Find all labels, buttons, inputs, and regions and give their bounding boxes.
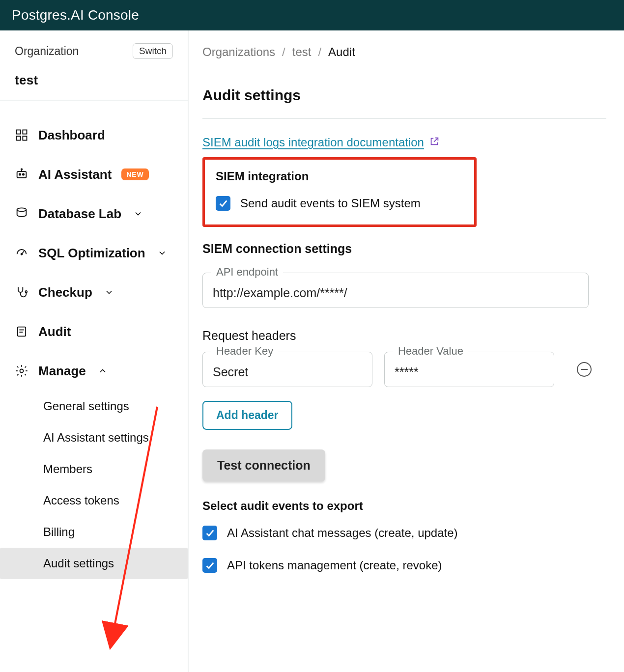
crumb-test[interactable]: test [292, 45, 312, 59]
siem-connection-header: SIEM connection settings [202, 242, 606, 256]
export-item-checkbox[interactable] [202, 526, 217, 540]
organization-name: test [15, 73, 173, 88]
sidebar-item-audit[interactable]: Audit [0, 312, 188, 351]
manage-submenu: General settings AI Assistant settings M… [0, 391, 188, 579]
breadcrumb-separator: / [282, 45, 285, 59]
svg-point-11 [21, 253, 23, 255]
breadcrumb: Organizations / test / Audit [202, 44, 606, 70]
siem-integration-highlight-box: SIEM integration Send audit events to SI… [202, 157, 477, 227]
subitem-access-tokens[interactable]: Access tokens [43, 485, 188, 516]
sidebar-nav: Dashboard AI Assistant NEW Database Lab [0, 101, 188, 591]
sidebar-item-ai-assistant[interactable]: AI Assistant NEW [0, 155, 188, 194]
new-badge: NEW [121, 168, 148, 180]
subitem-audit-settings[interactable]: Audit settings [0, 548, 188, 579]
chevron-down-icon [157, 248, 167, 258]
sidebar-item-label: SQL Optimization [38, 246, 145, 261]
request-headers-header: Request headers [202, 329, 606, 343]
subitem-members[interactable]: Members [43, 453, 188, 485]
svg-point-5 [19, 173, 21, 175]
svg-rect-13 [18, 327, 26, 336]
export-events-header: Select audit events to export [202, 499, 606, 513]
export-item-label: API tokens management (create, revoke) [227, 559, 442, 572]
subitem-billing[interactable]: Billing [43, 516, 188, 548]
test-connection-button[interactable]: Test connection [202, 449, 325, 481]
export-item-checkbox[interactable] [202, 558, 217, 573]
page-title: Audit settings [202, 87, 606, 119]
sidebar-item-manage[interactable]: Manage [0, 351, 188, 391]
stethoscope-icon [15, 285, 28, 299]
gauge-icon [15, 246, 28, 260]
sidebar-item-label: Manage [38, 364, 86, 379]
header-key-label: Header Key [211, 345, 278, 358]
chevron-up-icon [98, 366, 108, 376]
sidebar-item-label: Database Lab [38, 206, 121, 222]
svg-point-9 [17, 208, 27, 211]
siem-integration-header: SIEM integration [216, 169, 463, 183]
external-link-icon [429, 136, 440, 149]
sidebar-item-checkup[interactable]: Checkup [0, 273, 188, 312]
crumb-organizations[interactable]: Organizations [202, 45, 275, 59]
database-icon [15, 207, 28, 221]
chevron-down-icon [104, 287, 114, 297]
subitem-ai-assistant-settings[interactable]: AI Assistant settings [43, 422, 188, 453]
audit-icon [15, 325, 28, 338]
sidebar-item-label: Checkup [38, 285, 92, 300]
svg-rect-0 [17, 130, 21, 134]
sidebar-item-sql-optimization[interactable]: SQL Optimization [0, 233, 188, 273]
main-pane: Organizations / test / Audit Audit setti… [189, 30, 624, 672]
svg-rect-4 [17, 171, 27, 178]
enable-siem-checkbox[interactable] [216, 196, 230, 211]
sidebar-item-dashboard[interactable]: Dashboard [0, 115, 188, 155]
app-title: Postgres.AI Console [12, 7, 139, 23]
top-bar: Postgres.AI Console [0, 0, 624, 30]
remove-header-button[interactable] [577, 362, 592, 377]
dashboard-icon [15, 128, 28, 142]
robot-icon [15, 168, 28, 181]
svg-rect-2 [17, 136, 21, 140]
gear-icon [15, 364, 28, 378]
svg-rect-1 [23, 130, 27, 134]
crumb-current: Audit [328, 45, 355, 59]
add-header-button[interactable]: Add header [202, 401, 292, 430]
svg-point-16 [20, 369, 24, 373]
breadcrumb-separator: / [318, 45, 321, 59]
sidebar-item-database-lab[interactable]: Database Lab [0, 194, 188, 233]
svg-point-6 [23, 173, 24, 175]
chevron-down-icon [133, 209, 143, 219]
svg-rect-3 [23, 136, 27, 140]
sidebar-item-label: Audit [38, 324, 71, 339]
enable-siem-label: Send audit events to SIEM system [240, 196, 421, 210]
api-endpoint-label: API endpoint [211, 266, 283, 279]
export-item-label: AI Assistant chat messages (create, upda… [227, 526, 458, 540]
sidebar: Organization Switch test Dashboard AI As [0, 30, 189, 672]
sidebar-item-label: Dashboard [38, 128, 105, 143]
svg-point-12 [25, 291, 27, 293]
sidebar-item-label: AI Assistant [38, 167, 112, 182]
switch-org-button[interactable]: Switch [133, 43, 173, 59]
header-value-label: Header Value [393, 345, 468, 358]
siem-doc-link[interactable]: SIEM audit logs integration documentatio… [202, 136, 424, 149]
organization-label: Organization [15, 45, 79, 58]
subitem-general-settings[interactable]: General settings [43, 391, 188, 422]
